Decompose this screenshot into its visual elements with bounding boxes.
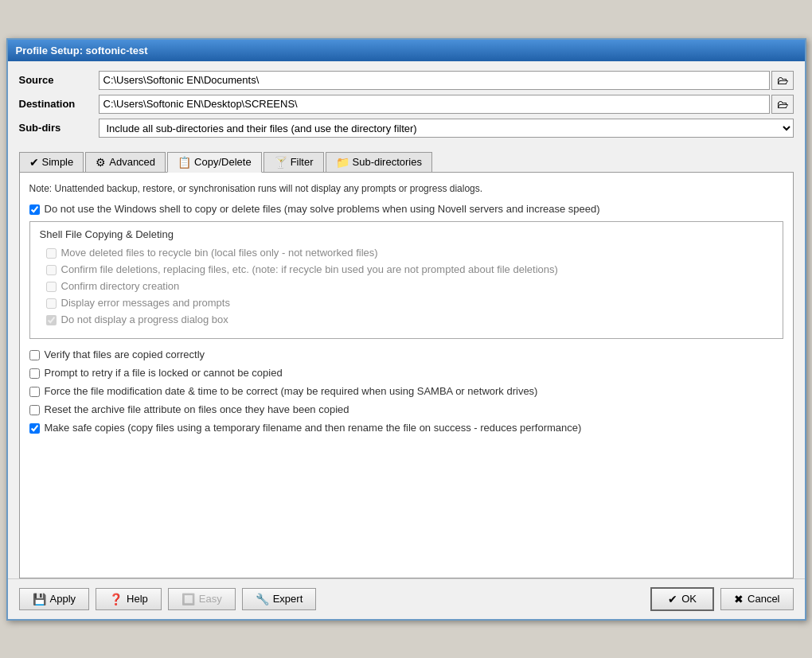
cancel-button[interactable]: ✖ Cancel — [720, 588, 793, 610]
shell-group-title: Shell File Copying & Deleting — [40, 228, 773, 240]
other-checkbox-row-2: Force the file modification date & time … — [29, 385, 783, 397]
apply-label: Apply — [50, 593, 76, 605]
tab-copy-delete[interactable]: 📋 Copy/Delete — [167, 152, 262, 173]
shell-checkbox-4[interactable] — [46, 315, 57, 325]
subdirs-label: Sub-dirs — [19, 122, 99, 134]
expert-label: Expert — [273, 593, 303, 605]
shell-checkbox-row-2: Confirm directory creation — [46, 280, 773, 292]
shell-checkbox-row-4: Do not display a progress dialog box — [46, 313, 773, 325]
subdirs-select[interactable]: Include all sub-directories and their fi… — [99, 119, 794, 138]
tab-sub-directories-label: Sub-directories — [353, 156, 422, 168]
other-checkbox-row-0: Verify that files are copied correctly — [29, 348, 783, 360]
other-checkbox-1[interactable] — [29, 368, 40, 379]
destination-input[interactable] — [99, 95, 770, 114]
shell-checkbox-label-1: Confirm file deletions, replacing files,… — [61, 263, 558, 275]
shell-checkbox-label-0: Move deleted files to recycle bin (local… — [61, 247, 378, 259]
expert-button[interactable]: 🔧 Expert — [242, 588, 317, 610]
note-text: Note: Unattended backup, restore, or syn… — [29, 182, 783, 196]
tabs-bar: ✔ Simple ⚙ Advanced 📋 Copy/Delete 🍸 Filt… — [19, 152, 794, 173]
other-checkbox-label-4: Make safe copies (copy files using a tem… — [45, 422, 582, 434]
other-checkbox-row-1: Prompt to retry if a file is locked or c… — [29, 367, 783, 379]
tab-advanced-label: Advanced — [109, 156, 155, 168]
ok-button[interactable]: ✔ OK — [650, 587, 714, 611]
apply-button[interactable]: 💾 Apply — [19, 588, 90, 610]
shell-checkbox-3[interactable] — [46, 298, 57, 309]
other-checkbox-label-2: Force the file modification date & time … — [45, 385, 538, 397]
other-checkbox-label-0: Verify that files are copied correctly — [45, 348, 205, 360]
shell-inner: Move deleted files to recycle bin (local… — [40, 247, 773, 325]
other-checkbox-row-4: Make safe copies (copy files using a tem… — [29, 422, 783, 434]
ok-icon: ✔ — [668, 593, 677, 605]
expert-icon: 🔧 — [256, 593, 269, 605]
easy-label: Easy — [199, 593, 222, 605]
main-checkbox[interactable] — [29, 204, 40, 215]
cancel-label: Cancel — [748, 593, 779, 605]
window-title: Profile Setup: softonic-test — [16, 45, 148, 56]
shell-checkbox-0[interactable] — [46, 248, 57, 259]
help-button[interactable]: ❓ Help — [96, 588, 162, 610]
easy-button[interactable]: 🔲 Easy — [168, 588, 236, 610]
shell-checkbox-row-1: Confirm file deletions, replacing files,… — [46, 263, 773, 275]
simple-tab-icon: ✔ — [29, 156, 39, 169]
shell-checkbox-2[interactable] — [46, 282, 57, 292]
title-bar: Profile Setup: softonic-test — [8, 40, 805, 61]
shell-checkbox-label-2: Confirm directory creation — [61, 280, 180, 292]
source-folder-button[interactable]: 🗁 — [771, 71, 794, 90]
shell-checkbox-row-3: Display error messages and prompts — [46, 297, 773, 309]
other-checkbox-3[interactable] — [29, 405, 40, 415]
easy-icon: 🔲 — [182, 593, 195, 605]
other-checkbox-4[interactable] — [29, 423, 40, 434]
other-checkbox-label-3: Reset the archive file attribute on file… — [45, 403, 349, 415]
tab-simple[interactable]: ✔ Simple — [19, 152, 84, 172]
shell-checkbox-1[interactable] — [46, 265, 57, 275]
tab-advanced[interactable]: ⚙ Advanced — [85, 152, 166, 172]
tab-simple-label: Simple — [42, 156, 74, 168]
tab-filter[interactable]: 🍸 Filter — [264, 152, 324, 172]
destination-row: Destination 🗁 — [19, 95, 794, 114]
other-checkbox-2[interactable] — [29, 387, 40, 397]
cancel-icon: ✖ — [734, 593, 744, 605]
apply-icon: 💾 — [33, 593, 46, 605]
other-checkbox-0[interactable] — [29, 350, 40, 360]
source-input[interactable] — [99, 71, 770, 90]
source-label: Source — [19, 74, 99, 86]
copy-delete-tab-icon: 📋 — [178, 156, 191, 169]
main-window: Profile Setup: softonic-test Source 🗁 De… — [6, 38, 806, 621]
filter-tab-icon: 🍸 — [274, 156, 287, 169]
form-area: Source 🗁 Destination 🗁 Sub-dirs Include … — [8, 61, 805, 149]
ok-label: OK — [681, 593, 697, 605]
footer: 💾 Apply ❓ Help 🔲 Easy 🔧 Expert ✔ OK ✖ Ca… — [8, 578, 805, 619]
help-label: Help — [127, 593, 148, 605]
sub-directories-tab-icon: 📁 — [336, 156, 349, 169]
source-row: Source 🗁 — [19, 71, 794, 90]
shell-checkbox-label-4: Do not display a progress dialog box — [61, 313, 228, 325]
other-checkbox-label-1: Prompt to retry if a file is locked or c… — [45, 367, 283, 379]
other-checkbox-row-3: Reset the archive file attribute on file… — [29, 403, 783, 415]
shell-checkbox-label-3: Display error messages and prompts — [61, 297, 230, 309]
tab-sub-directories[interactable]: 📁 Sub-directories — [326, 152, 432, 172]
main-checkbox-row: Do not use the Windows shell to copy or … — [29, 203, 783, 215]
shell-group: Shell File Copying & Deleting Move delet… — [29, 221, 783, 339]
shell-checkbox-row-0: Move deleted files to recycle bin (local… — [46, 247, 773, 259]
main-checkbox-label: Do not use the Windows shell to copy or … — [45, 203, 600, 215]
help-icon: ❓ — [109, 593, 123, 605]
tab-filter-label: Filter — [291, 156, 314, 168]
advanced-tab-icon: ⚙ — [96, 156, 106, 169]
tab-copy-delete-label: Copy/Delete — [194, 156, 252, 168]
destination-label: Destination — [19, 98, 99, 110]
destination-folder-button[interactable]: 🗁 — [771, 95, 794, 114]
subdirs-row: Sub-dirs Include all sub-directories and… — [19, 119, 794, 138]
tab-content-panel: Note: Unattended backup, restore, or syn… — [19, 173, 794, 578]
